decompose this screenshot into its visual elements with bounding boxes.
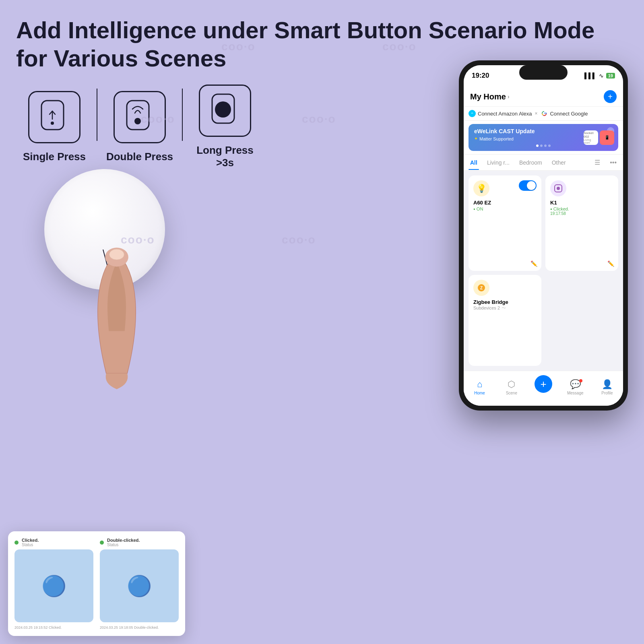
- phone-frame: 19:20 ▌▌▌ ∿ 19 My Home › +: [459, 60, 628, 411]
- svg-point-8: [470, 111, 474, 116]
- inset-sub-text-2: Status: [107, 543, 140, 547]
- inset-card-1: 🔵: [14, 549, 93, 622]
- svg-point-7: [109, 249, 124, 260]
- inset-card-2: 🔵: [100, 549, 179, 622]
- nav-message[interactable]: 💬 Message: [559, 379, 591, 395]
- svg-text:Z: Z: [480, 286, 483, 290]
- star-icon: ✦: [474, 136, 478, 141]
- inset-header-2: Double-clicked. Status: [100, 538, 179, 547]
- nav-add[interactable]: +: [527, 375, 559, 399]
- press-item-double: Double Press: [101, 91, 178, 163]
- connect-google-item[interactable]: Connect Google: [541, 110, 588, 117]
- device-tabs: All Living r... Bedroom Other ☰ •••: [464, 155, 623, 171]
- inset-dot-2: [100, 541, 104, 545]
- chevron-icon: ›: [508, 93, 510, 100]
- status-icons: ▌▌▌ ∿ 19: [584, 72, 615, 79]
- scene-nav-label: Scene: [506, 391, 517, 395]
- inset-status-text-2: Double-clicked.: [107, 538, 140, 543]
- device-card-zigbee[interactable]: Z Zigbee Bridge Subdevices 2 〜: [469, 275, 541, 366]
- device-name-a60ez: A60 EZ: [473, 200, 537, 206]
- inset-item-clicked: Clicked. Status 🔵: [14, 538, 93, 622]
- tab-other[interactable]: Other: [550, 155, 568, 170]
- device-name-k1: K1: [550, 200, 613, 206]
- status-time: 19:20: [472, 72, 489, 80]
- add-home-button[interactable]: +: [604, 90, 617, 103]
- wifi-small-icon: 〜: [502, 305, 506, 311]
- inset-footer: 2024.03.25 19:15:52 Clicked. 2024.03.25 …: [14, 625, 179, 630]
- tab-all[interactable]: All: [469, 155, 479, 170]
- device-card-k1[interactable]: K1 Clicked. 19:17:58 ✏️: [545, 175, 618, 271]
- zigbee-sub-info: Subdevices 2 〜: [473, 305, 537, 311]
- home-nav-label: Home: [474, 391, 485, 395]
- signal-icon: ▌▌▌: [584, 72, 597, 79]
- watermark-2: coo·o: [302, 113, 336, 126]
- double-press-svg: [124, 99, 156, 135]
- connect-alexa-label: Connect Amazon Alexa: [478, 111, 532, 117]
- double-press-label: Double Press: [106, 151, 173, 163]
- press-item-long: Long Press >3s: [187, 85, 263, 169]
- phone-notch: [519, 65, 568, 80]
- long-press-svg: [209, 93, 241, 129]
- inset-screenshot: Clicked. Status 🔵 Double-clicked. Status…: [8, 531, 185, 636]
- single-press-svg: [38, 99, 70, 135]
- inset-status-text-1: Clicked.: [22, 538, 39, 543]
- nav-home[interactable]: ⌂ Home: [464, 379, 495, 395]
- dot-2: [540, 144, 543, 147]
- svg-rect-2: [127, 101, 149, 130]
- nav-profile[interactable]: 👤 Profile: [591, 379, 623, 395]
- press-divider-1: [97, 89, 97, 141]
- profile-nav-icon: 👤: [602, 379, 613, 390]
- toggle-knob: [527, 181, 536, 190]
- svg-point-1: [51, 122, 54, 125]
- dot-1: [536, 144, 539, 147]
- more-options-icon[interactable]: •••: [608, 155, 618, 170]
- bulb-icon: 💡: [473, 180, 489, 196]
- home-title-text: My Home: [470, 92, 506, 101]
- press-divider-2: [182, 89, 183, 141]
- message-nav-label: Message: [567, 391, 584, 395]
- device-grid: 💡 A60 EZ ON ✏️: [464, 171, 623, 371]
- message-badge: 💬: [570, 379, 581, 390]
- fingerprint-icon-1: 🔵: [41, 574, 66, 598]
- finger-image: [56, 225, 177, 394]
- home-title: My Home ›: [470, 92, 510, 101]
- edit-icon-k1[interactable]: ✏️: [607, 260, 614, 267]
- svg-point-3: [134, 118, 141, 124]
- nav-scene[interactable]: ⬡ Scene: [495, 379, 527, 395]
- connect-banner: Connect Amazon Alexa ×: [464, 107, 623, 121]
- add-nav-button[interactable]: +: [535, 375, 552, 393]
- ewelink-section: × Socket 002 Living room 📱 eWeLink CAST …: [464, 121, 623, 155]
- device-card-a60ez[interactable]: 💡 A60 EZ ON ✏️: [469, 175, 541, 271]
- device-toggle-a60ez[interactable]: [519, 180, 537, 191]
- device-status-time-k1: 19:17:58: [550, 211, 613, 216]
- tab-bedroom[interactable]: Bedroom: [518, 155, 544, 170]
- device-status-k1: Clicked.: [550, 206, 613, 211]
- long-press-label: Long Press >3s: [187, 144, 263, 169]
- single-press-label: Single Press: [23, 151, 86, 163]
- profile-nav-label: Profile: [601, 391, 613, 395]
- app-header: My Home › +: [464, 86, 623, 107]
- home-nav-icon: ⌂: [477, 379, 482, 390]
- wifi-icon: ∿: [599, 72, 604, 79]
- alexa-close-icon[interactable]: ×: [535, 111, 537, 116]
- ewelink-banner-card[interactable]: × Socket 002 Living room 📱 eWeLink CAST …: [469, 124, 618, 151]
- single-press-icon-box: [28, 91, 80, 143]
- connect-google-label: Connect Google: [550, 111, 588, 117]
- double-press-icon-box: [114, 91, 166, 143]
- tab-living[interactable]: Living r...: [485, 155, 511, 170]
- battery-badge: 19: [606, 73, 615, 78]
- press-icons-section: Single Press Double Press Long Press >3s: [16, 85, 263, 169]
- message-nav-icon: 💬: [570, 379, 581, 390]
- button-device-icon: [550, 180, 566, 196]
- bottom-navigation: ⌂ Home ⬡ Scene + 💬: [464, 371, 623, 406]
- dot-3: [544, 144, 547, 147]
- inset-cards-row: Clicked. Status 🔵 Double-clicked. Status…: [14, 538, 179, 622]
- list-view-icon[interactable]: ☰: [593, 155, 602, 170]
- connect-alexa-item[interactable]: Connect Amazon Alexa ×: [469, 110, 537, 117]
- edit-icon-a60ez[interactable]: ✏️: [530, 260, 537, 267]
- watermark-4: coo·o: [282, 233, 316, 246]
- inset-sub-text-1: Status: [22, 543, 39, 547]
- press-item-single: Single Press: [16, 91, 93, 163]
- banner-device-previews: Socket 002 Living room 📱: [584, 130, 614, 145]
- scene-nav-icon: ⬡: [508, 379, 515, 390]
